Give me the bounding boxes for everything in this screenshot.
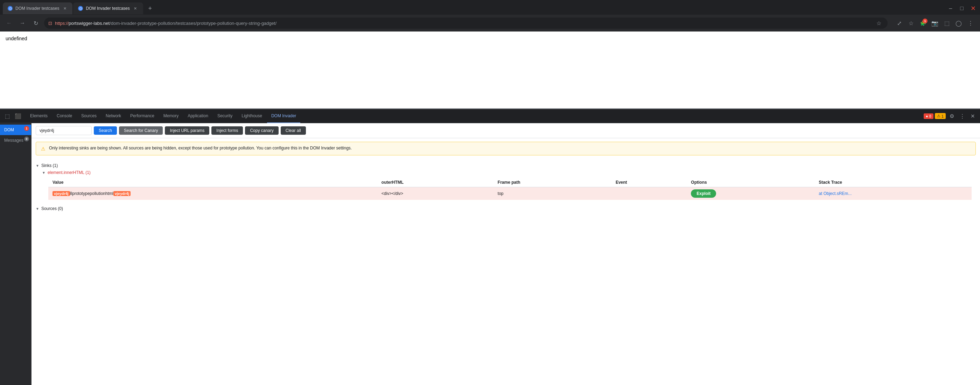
tab-dom-invader[interactable]: DOM Invader [267, 109, 300, 123]
clear-all-button[interactable]: Clear all [281, 126, 306, 135]
tab-bar-close[interactable]: ✕ [969, 4, 977, 13]
tab-favicon-1: ⊙ [8, 6, 13, 11]
tab-application[interactable]: Application [183, 109, 212, 123]
col-outerhtml: outerHTML [377, 178, 493, 187]
browser-chrome: ⊙ DOM Invader testcases ✕ ⊙ DOM Invader … [0, 0, 980, 32]
devtools-settings-icon[interactable]: ⚙ [947, 111, 956, 121]
sidebar-dom-label: DOM [4, 127, 14, 132]
back-button[interactable]: ← [4, 18, 14, 28]
sinks-header[interactable]: ▼ Sinks (1) [36, 162, 976, 169]
value-middle-text: 8prototypepollutionhtml [70, 191, 113, 196]
address-text: https://portswigger-labs.net/dom-invader… [55, 21, 277, 26]
warning-banner: ⚠ Only interesting sinks are being shown… [36, 142, 976, 155]
tab-memory[interactable]: Memory [159, 109, 183, 123]
sinks-section: ▼ Sinks (1) ▼ element.innerHTML (1) Valu… [32, 159, 980, 204]
value-suffix-tag: vjeydr4j [113, 191, 131, 196]
split-screen-icon[interactable]: ⬚ [942, 18, 952, 29]
col-event: Event [611, 178, 687, 187]
tab-close-2[interactable]: ✕ [133, 6, 138, 11]
address-bar: ← → ↻ ⊡ https://portswigger-labs.net/dom… [0, 15, 980, 32]
address-input-container[interactable]: ⊡ https://portswigger-labs.net/dom-invad… [44, 18, 888, 29]
sidebar-messages-label: Messages [4, 138, 24, 143]
search-canary-button[interactable]: Search for Canary [119, 126, 163, 135]
sinks-table: Value outerHTML Frame path Event Options… [48, 178, 972, 200]
sinks-chevron: ▼ [36, 164, 39, 168]
sinks-table-body: vjeydr4j8prototypepollutionhtmlvjeydr4j … [48, 187, 972, 200]
inspect-element-icon[interactable]: ⬚ [3, 111, 12, 121]
cell-stacktrace[interactable]: at Object.sREm... [815, 187, 972, 200]
col-framepath: Frame path [493, 178, 611, 187]
tab-bar-controls: – □ ✕ [947, 4, 977, 13]
camera-icon[interactable]: 📷 [930, 18, 940, 29]
inject-url-button[interactable]: Inject URL params [165, 126, 209, 135]
device-toolbar-icon[interactable]: ⬛ [13, 111, 22, 121]
frame-path-value: top [498, 191, 504, 196]
tab-title-1: DOM Invader testcases [15, 6, 59, 11]
star-icon[interactable]: ☆ [906, 18, 916, 29]
exploit-button[interactable]: Exploit [691, 189, 716, 198]
devtools-toolbar: Search Search for Canary Inject URL para… [32, 123, 980, 138]
sidebar-item-dom[interactable]: DOM 1 [0, 125, 31, 135]
tab-performance[interactable]: Performance [126, 109, 159, 123]
bookmark-icon[interactable]: ☆ [874, 19, 883, 28]
tab-console[interactable]: Console [52, 109, 76, 123]
cell-value: vjeydr4j8prototypepollutionhtmlvjeydr4j [48, 187, 377, 200]
devtools-tab-bar-right: ● 8 ⚠ 1 ⚙ ⋮ ✕ [924, 111, 977, 121]
tab-bar: ⊙ DOM Invader testcases ✕ ⊙ DOM Invader … [0, 0, 980, 15]
address-domain: portswigger-labs.net [68, 21, 110, 26]
sinks-sub-header[interactable]: ▼ element.innerHTML (1) [36, 169, 976, 176]
tab-2[interactable]: ⊙ DOM Invader testcases ✕ [73, 2, 143, 14]
sinks-table-header-row: Value outerHTML Frame path Event Options… [48, 178, 972, 187]
table-row: vjeydr4j8prototypepollutionhtmlvjeydr4j … [48, 187, 972, 200]
refresh-button[interactable]: ↻ [31, 18, 41, 28]
error-badge[interactable]: ● 8 [924, 113, 934, 119]
forward-button[interactable]: → [18, 18, 27, 28]
tab-bar-min[interactable]: – [947, 4, 955, 13]
sinks-sub-chevron: ▼ [42, 171, 46, 175]
sidebar-dom-badge: 1 [24, 126, 29, 131]
warning-badge[interactable]: ⚠ 1 [935, 113, 946, 119]
extension-icon[interactable]: 🧩 1 [918, 18, 928, 29]
page-body-text: undefined [6, 36, 27, 41]
devtools-body: DOM 1 Messages 0 Search Search for Canar… [0, 123, 980, 385]
devtools-tab-bar: ⬚ ⬛ Elements Console Sources Network Per… [0, 109, 980, 123]
search-button[interactable]: Search [94, 126, 117, 135]
devtools-sidebar: DOM 1 Messages 0 [0, 123, 32, 385]
stack-trace-link[interactable]: at Object.sREm... [819, 191, 851, 196]
account-icon[interactable]: ◯ [953, 18, 964, 29]
sidebar-item-messages[interactable]: Messages 0 [0, 135, 31, 146]
sources-header[interactable]: ▼ Sources (0) [36, 205, 976, 212]
warning-count: 1 [942, 114, 943, 118]
more-icon[interactable]: ⋮ [965, 18, 976, 29]
browser-toolbar-icons: ⤢ ☆ 🧩 1 📷 ⬚ ◯ ⋮ [894, 18, 976, 29]
tab-network[interactable]: Network [102, 109, 125, 123]
error-dot: ● [926, 114, 928, 118]
warning-dot: ⚠ [937, 114, 940, 118]
warning-icon: ⚠ [41, 146, 46, 151]
tab-1[interactable]: ⊙ DOM Invader testcases ✕ [3, 2, 72, 14]
devtools-more-icon[interactable]: ⋮ [958, 111, 967, 121]
share-icon[interactable]: ⤢ [894, 18, 904, 29]
tab-security[interactable]: Security [213, 109, 237, 123]
tab-elements[interactable]: Elements [26, 109, 52, 123]
cell-options[interactable]: Exploit [687, 187, 815, 200]
address-path: /dom-invader-prototype-pollution/testcas… [110, 21, 277, 26]
search-input[interactable] [36, 126, 92, 135]
devtools-close-icon[interactable]: ✕ [968, 111, 977, 121]
warning-text: Only interesting sinks are being shown. … [49, 146, 352, 151]
col-stacktrace: Stack Trace [815, 178, 972, 187]
inject-forms-button[interactable]: Inject forms [212, 126, 243, 135]
copy-canary-button[interactable]: Copy canary [245, 126, 278, 135]
sources-header-label: Sources (0) [41, 206, 63, 211]
col-value: Value [48, 178, 377, 187]
address-right-icons: ☆ [874, 19, 883, 28]
new-tab-button[interactable]: + [145, 3, 155, 13]
tab-bar-max[interactable]: □ [958, 4, 966, 13]
tab-sources[interactable]: Sources [77, 109, 101, 123]
tab-lighthouse[interactable]: Lighthouse [237, 109, 266, 123]
devtools-main-panel: Search Search for Canary Inject URL para… [32, 123, 980, 385]
value-prefix-tag: vjeydr4j [52, 191, 70, 196]
col-options: Options [687, 178, 815, 187]
devtools-panel: ⬚ ⬛ Elements Console Sources Network Per… [0, 108, 980, 385]
tab-close-1[interactable]: ✕ [62, 6, 68, 11]
